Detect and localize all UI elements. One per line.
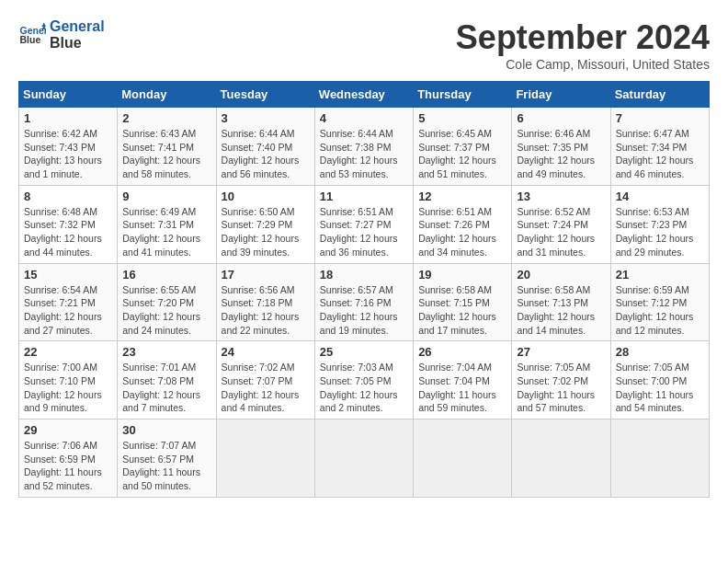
calendar-table: SundayMondayTuesdayWednesdayThursdayFrid… xyxy=(18,81,710,498)
calendar-cell: 16Sunrise: 6:55 AM Sunset: 7:20 PM Dayli… xyxy=(118,263,216,341)
weekday-header-wednesday: Wednesday xyxy=(314,82,413,108)
calendar-cell: 24Sunrise: 7:02 AM Sunset: 7:07 PM Dayli… xyxy=(216,341,314,419)
day-number: 10 xyxy=(222,190,310,203)
calendar-cell: 18Sunrise: 6:57 AM Sunset: 7:16 PM Dayli… xyxy=(314,263,413,341)
day-number: 19 xyxy=(418,268,506,282)
day-info: Sunrise: 7:01 AM Sunset: 7:08 PM Dayligh… xyxy=(122,361,210,415)
calendar-cell: 20Sunrise: 6:58 AM Sunset: 7:13 PM Dayli… xyxy=(512,263,610,341)
day-info: Sunrise: 7:04 AM Sunset: 7:04 PM Dayligh… xyxy=(418,361,506,415)
day-number: 4 xyxy=(320,111,408,125)
day-number: 7 xyxy=(616,111,704,125)
day-number: 17 xyxy=(222,268,310,282)
calendar-cell xyxy=(610,419,709,498)
logo-icon: General Blue xyxy=(18,21,46,49)
day-number: 30 xyxy=(122,423,210,437)
calendar-cell: 14Sunrise: 6:53 AM Sunset: 7:23 PM Dayli… xyxy=(610,185,709,263)
day-info: Sunrise: 6:48 AM Sunset: 7:32 PM Dayligh… xyxy=(24,205,112,259)
calendar-cell: 2Sunrise: 6:43 AM Sunset: 7:41 PM Daylig… xyxy=(118,108,216,186)
calendar-cell: 17Sunrise: 6:56 AM Sunset: 7:18 PM Dayli… xyxy=(216,263,314,341)
day-info: Sunrise: 6:57 AM Sunset: 7:16 PM Dayligh… xyxy=(320,283,408,338)
day-number: 12 xyxy=(418,190,506,203)
calendar-cell: 13Sunrise: 6:52 AM Sunset: 7:24 PM Dayli… xyxy=(512,185,610,263)
logo: General Blue General Blue xyxy=(18,18,105,52)
day-info: Sunrise: 6:47 AM Sunset: 7:34 PM Dayligh… xyxy=(616,127,704,181)
calendar-cell: 4Sunrise: 6:44 AM Sunset: 7:38 PM Daylig… xyxy=(314,108,413,186)
calendar-cell: 8Sunrise: 6:48 AM Sunset: 7:32 PM Daylig… xyxy=(19,185,118,263)
day-number: 25 xyxy=(320,345,408,359)
calendar-cell: 6Sunrise: 6:46 AM Sunset: 7:35 PM Daylig… xyxy=(512,108,610,186)
day-info: Sunrise: 6:54 AM Sunset: 7:21 PM Dayligh… xyxy=(24,283,112,338)
weekday-header-monday: Monday xyxy=(118,82,216,108)
day-number: 20 xyxy=(517,268,605,282)
calendar-cell: 12Sunrise: 6:51 AM Sunset: 7:26 PM Dayli… xyxy=(414,185,512,263)
day-info: Sunrise: 6:49 AM Sunset: 7:31 PM Dayligh… xyxy=(122,205,210,259)
calendar-week-row: 8Sunrise: 6:48 AM Sunset: 7:32 PM Daylig… xyxy=(19,185,710,263)
day-number: 28 xyxy=(616,345,704,359)
day-number: 5 xyxy=(418,111,506,125)
logo-general: General xyxy=(50,18,105,35)
day-info: Sunrise: 6:50 AM Sunset: 7:29 PM Dayligh… xyxy=(222,205,310,259)
day-info: Sunrise: 6:44 AM Sunset: 7:40 PM Dayligh… xyxy=(222,127,310,181)
day-info: Sunrise: 7:02 AM Sunset: 7:07 PM Dayligh… xyxy=(222,361,310,415)
page-header: General Blue General Blue September 2024… xyxy=(18,18,710,72)
calendar-cell: 11Sunrise: 6:51 AM Sunset: 7:27 PM Dayli… xyxy=(314,185,413,263)
day-info: Sunrise: 7:00 AM Sunset: 7:10 PM Dayligh… xyxy=(24,361,112,415)
day-info: Sunrise: 6:59 AM Sunset: 7:12 PM Dayligh… xyxy=(616,283,704,338)
day-info: Sunrise: 6:46 AM Sunset: 7:35 PM Dayligh… xyxy=(517,127,605,181)
day-number: 14 xyxy=(616,190,704,203)
day-info: Sunrise: 6:55 AM Sunset: 7:20 PM Dayligh… xyxy=(122,283,210,338)
svg-text:Blue: Blue xyxy=(20,34,41,45)
location-title: Cole Camp, Missouri, United States xyxy=(456,57,710,72)
day-info: Sunrise: 7:05 AM Sunset: 7:02 PM Dayligh… xyxy=(517,361,605,415)
calendar-cell: 29Sunrise: 7:06 AM Sunset: 6:59 PM Dayli… xyxy=(19,419,118,498)
calendar-header-row: SundayMondayTuesdayWednesdayThursdayFrid… xyxy=(19,82,710,108)
calendar-cell: 22Sunrise: 7:00 AM Sunset: 7:10 PM Dayli… xyxy=(19,341,118,419)
day-number: 27 xyxy=(517,345,605,359)
day-info: Sunrise: 6:44 AM Sunset: 7:38 PM Dayligh… xyxy=(320,127,408,181)
day-info: Sunrise: 6:56 AM Sunset: 7:18 PM Dayligh… xyxy=(222,283,310,338)
calendar-cell: 28Sunrise: 7:05 AM Sunset: 7:00 PM Dayli… xyxy=(610,341,709,419)
calendar-cell: 23Sunrise: 7:01 AM Sunset: 7:08 PM Dayli… xyxy=(118,341,216,419)
day-number: 18 xyxy=(320,268,408,282)
day-number: 11 xyxy=(320,190,408,203)
day-number: 8 xyxy=(24,190,112,203)
calendar-cell: 30Sunrise: 7:07 AM Sunset: 6:57 PM Dayli… xyxy=(118,419,216,498)
day-info: Sunrise: 6:58 AM Sunset: 7:15 PM Dayligh… xyxy=(418,283,506,338)
calendar-week-row: 15Sunrise: 6:54 AM Sunset: 7:21 PM Dayli… xyxy=(19,263,710,341)
day-number: 9 xyxy=(122,190,210,203)
weekday-header-tuesday: Tuesday xyxy=(216,82,314,108)
title-section: September 2024 Cole Camp, Missouri, Unit… xyxy=(456,18,710,72)
day-info: Sunrise: 7:07 AM Sunset: 6:57 PM Dayligh… xyxy=(122,439,210,493)
day-info: Sunrise: 6:51 AM Sunset: 7:26 PM Dayligh… xyxy=(418,205,506,259)
weekday-header-thursday: Thursday xyxy=(414,82,512,108)
day-number: 24 xyxy=(222,345,310,359)
calendar-cell: 15Sunrise: 6:54 AM Sunset: 7:21 PM Dayli… xyxy=(19,263,118,341)
calendar-week-row: 22Sunrise: 7:00 AM Sunset: 7:10 PM Dayli… xyxy=(19,341,710,419)
calendar-cell: 21Sunrise: 6:59 AM Sunset: 7:12 PM Dayli… xyxy=(610,263,709,341)
day-number: 16 xyxy=(122,268,210,282)
day-info: Sunrise: 6:53 AM Sunset: 7:23 PM Dayligh… xyxy=(616,205,704,259)
weekday-header-saturday: Saturday xyxy=(610,82,709,108)
day-info: Sunrise: 7:03 AM Sunset: 7:05 PM Dayligh… xyxy=(320,361,408,415)
calendar-week-row: 29Sunrise: 7:06 AM Sunset: 6:59 PM Dayli… xyxy=(19,419,710,498)
day-number: 21 xyxy=(616,268,704,282)
day-number: 13 xyxy=(517,190,605,203)
day-info: Sunrise: 7:05 AM Sunset: 7:00 PM Dayligh… xyxy=(616,361,704,415)
day-info: Sunrise: 6:43 AM Sunset: 7:41 PM Dayligh… xyxy=(122,127,210,181)
day-info: Sunrise: 6:45 AM Sunset: 7:37 PM Dayligh… xyxy=(418,127,506,181)
calendar-cell xyxy=(414,419,512,498)
calendar-cell: 3Sunrise: 6:44 AM Sunset: 7:40 PM Daylig… xyxy=(216,108,314,186)
calendar-cell xyxy=(512,419,610,498)
calendar-cell: 10Sunrise: 6:50 AM Sunset: 7:29 PM Dayli… xyxy=(216,185,314,263)
day-number: 3 xyxy=(222,111,310,125)
calendar-cell: 26Sunrise: 7:04 AM Sunset: 7:04 PM Dayli… xyxy=(414,341,512,419)
calendar-week-row: 1Sunrise: 6:42 AM Sunset: 7:43 PM Daylig… xyxy=(19,108,710,186)
calendar-cell: 19Sunrise: 6:58 AM Sunset: 7:15 PM Dayli… xyxy=(414,263,512,341)
calendar-cell: 1Sunrise: 6:42 AM Sunset: 7:43 PM Daylig… xyxy=(19,108,118,186)
day-number: 29 xyxy=(24,423,112,437)
day-number: 22 xyxy=(24,345,112,359)
calendar-cell: 9Sunrise: 6:49 AM Sunset: 7:31 PM Daylig… xyxy=(118,185,216,263)
day-number: 26 xyxy=(418,345,506,359)
day-info: Sunrise: 6:42 AM Sunset: 7:43 PM Dayligh… xyxy=(24,127,112,181)
calendar-cell xyxy=(314,419,413,498)
